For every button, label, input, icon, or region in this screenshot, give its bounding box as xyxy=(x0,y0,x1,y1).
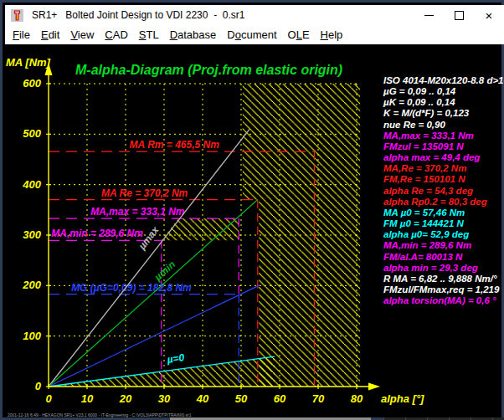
app-window: MA Rm = 465,5 NmMA Re = 370,2 NmMA,max =… xyxy=(0,0,504,420)
bolt-icon xyxy=(11,9,23,22)
panel-line: FM/al.A= 80013 N xyxy=(383,252,504,263)
menu-bar: File Edit View CAD STL Database Document… xyxy=(5,25,504,44)
panel-line: FMzul/FMmax,req = 1,219 xyxy=(383,284,504,295)
x-tick-label: 70 xyxy=(312,392,325,405)
hline-label: MA,max = 333,1 Nm xyxy=(90,206,185,218)
series-µmax xyxy=(49,129,249,387)
x-tick-label: 10 xyxy=(81,392,94,405)
hline-label: MA Rm = 465,5 Nm xyxy=(130,139,220,151)
title-bar[interactable]: SR1+ Bolted Joint Design to VDI 2230 - 0… xyxy=(5,5,504,25)
close-icon: × xyxy=(486,9,493,22)
menu-stl[interactable]: STL xyxy=(139,28,159,41)
panel-line: FM,Re = 150101 N xyxy=(383,174,504,185)
menu-document[interactable]: Document xyxy=(227,28,276,41)
panel-line: alpha Rp0.2 = 80,3 deg xyxy=(383,197,504,207)
panel-line: µK = 0,09 .. 0,14 xyxy=(383,97,504,108)
panel-line: µG = 0,09 .. 0,14 xyxy=(383,86,504,97)
menu-help[interactable]: Help xyxy=(321,28,343,41)
x-axis-arrow xyxy=(368,383,380,391)
series-label: µ=0 xyxy=(166,351,186,366)
panel-line: FM µ0 = 144421 N xyxy=(383,218,504,229)
menu-database[interactable]: Database xyxy=(170,28,217,41)
results-panel: ISO 4014-M20x120-8.8 d>16µG = 0,09 .. 0,… xyxy=(383,75,504,306)
series-label: µmin xyxy=(152,259,177,284)
y-tick-label: 400 xyxy=(22,178,41,191)
panel-line: alpha torsion(MA) = 0,6 ° xyxy=(383,295,504,306)
hline-label: MG (µG=0,09) = 182,8 Nm xyxy=(71,282,192,294)
x-tick-label: 30 xyxy=(158,392,171,405)
menu-ole[interactable]: OLE xyxy=(288,28,310,41)
panel-line: MA,min = 289,6 Nm xyxy=(383,240,504,251)
panel-line: alpha µ0= 52,9 deg xyxy=(383,229,504,240)
menu-view[interactable]: View xyxy=(70,28,94,41)
panel-line: FMzul = 135091 N xyxy=(383,141,504,152)
menu-file[interactable]: File xyxy=(13,28,30,41)
y-tick-label: 100 xyxy=(23,330,41,342)
close-button[interactable]: × xyxy=(474,5,504,25)
hatch-tolerance-band xyxy=(162,218,239,240)
y-tick-label: 600 xyxy=(23,77,41,90)
chart-title: M-alpha-Diagram (Proj.from elastic origi… xyxy=(75,63,342,77)
panel-line: K = M/(d*F) = 0,123 xyxy=(383,108,504,119)
panel-line: MA,max = 333,1 Nm xyxy=(383,131,504,141)
panel-line: MA,Re = 370,2 Nm xyxy=(383,163,504,174)
panel-line: MA µ0 = 57,46 Nm xyxy=(383,207,504,218)
x-axis-title: alpha [°] xyxy=(381,392,424,405)
window-title: SR1+ Bolted Joint Design to VDI 2230 - 0… xyxy=(32,9,414,21)
maximize-icon xyxy=(455,11,464,20)
maximize-button[interactable] xyxy=(444,5,474,25)
panel-line: alpha max = 49,4 deg xyxy=(383,152,504,163)
hline-label: MA Re = 370,2 Nm xyxy=(101,187,188,199)
minimize-button[interactable] xyxy=(414,5,444,25)
x-tick-label: 50 xyxy=(235,392,248,405)
menu-edit[interactable]: Edit xyxy=(41,28,59,41)
y-tick-label: 0 xyxy=(35,380,42,392)
menu-cad[interactable]: CAD xyxy=(105,28,127,41)
y-axis-title: MA [Nm] xyxy=(6,56,51,69)
x-tick-label: 40 xyxy=(196,392,209,405)
x-tick-label: 0 xyxy=(45,392,52,405)
status-line: 2001-12-16 6:49 - HEXAGON SR1+ V23.1 600… xyxy=(8,412,191,417)
x-tick-label: 60 xyxy=(274,392,286,405)
y-tick-label: 200 xyxy=(22,279,41,291)
y-tick-label: 500 xyxy=(23,127,41,140)
x-tick-label: 20 xyxy=(119,392,132,405)
panel-line: nue Re = 0,90 xyxy=(383,120,504,131)
hline-label: MA,min = 289,6 Nm xyxy=(51,228,143,239)
panel-line: alpha min = 29,3 deg xyxy=(383,263,504,274)
panel-line: ISO 4014-M20x120-8.8 d>16 xyxy=(383,75,504,86)
minimize-icon xyxy=(424,15,434,16)
y-tick-label: 300 xyxy=(23,228,41,241)
x-tick-label: 80 xyxy=(351,392,363,405)
panel-line: alpha Re = 54,3 deg xyxy=(383,186,504,197)
hatch-forbidden-upper xyxy=(243,84,360,200)
panel-line: R MA = 6,82 .. 9,888 Nm/° xyxy=(383,274,504,284)
